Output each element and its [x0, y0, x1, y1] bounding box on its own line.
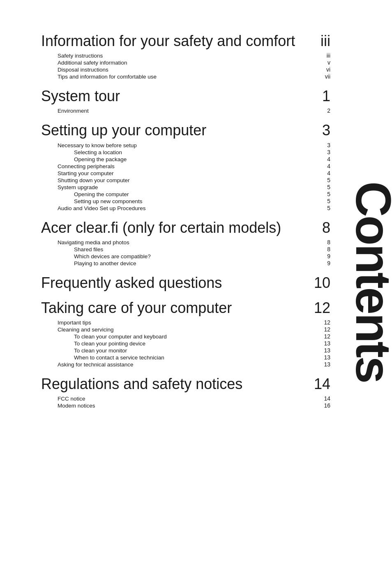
toc-entry: To clean your monitor13: [41, 347, 330, 354]
toc-entry-text: Necessary to know before setup: [58, 142, 137, 148]
page-container: Contents Information for your safety and…: [0, 0, 392, 563]
toc-heading-page-setting-up: 3: [310, 121, 330, 139]
toc-sub-entries-setting-up: Necessary to know before setup3Selecting…: [41, 142, 330, 211]
toc-entry: Which devices are compatible?9: [41, 253, 330, 259]
toc-entry-text: Modem notices: [58, 403, 95, 409]
toc-sub-entries-acer-clearfi: Navigating media and photos8Shared files…: [41, 239, 330, 266]
toc-entry-text: Shared files: [74, 246, 103, 253]
toc-entry-text: Additional safety information: [58, 60, 127, 66]
toc-entry-text: Navigating media and photos: [58, 239, 129, 246]
toc-entry-page: 5: [318, 191, 330, 197]
toc-heading-text-setting-up: Setting up your computer: [41, 121, 206, 139]
toc-entry: FCC notice14: [41, 395, 330, 402]
toc-entry-text: Connecting peripherals: [58, 163, 115, 169]
toc-entry: Opening the computer5: [41, 191, 330, 197]
toc-entry-text: Cleaning and servicing: [58, 327, 114, 333]
toc-heading-page-acer-clearfi: 8: [310, 219, 330, 236]
toc-entry-page: 3: [318, 142, 330, 148]
toc-entry: Connecting peripherals4: [41, 163, 330, 169]
toc-entry-page: 12: [318, 319, 330, 326]
toc-heading-text-info-safety: Information for your safety and comfort: [41, 32, 295, 50]
toc-entry-page: iii: [318, 52, 330, 59]
toc-entry-page: 14: [318, 395, 330, 402]
toc-entry: Additional safety informationv: [41, 59, 330, 66]
toc-sub-entries-taking-care: Important tips12Cleaning and servicing12…: [41, 319, 330, 368]
toc-entry: Setting up new components5: [41, 198, 330, 204]
sideways-label: Contents: [355, 0, 392, 563]
toc-entry: System upgrade5: [41, 184, 330, 190]
toc-entry-text: Shutting down your computer: [58, 177, 130, 183]
toc-entry: Environment2: [41, 107, 330, 114]
toc-sub-entries-info-safety: Safety instructionsiiiAdditional safety …: [41, 52, 330, 80]
toc-entry: When to contact a service technician13: [41, 354, 330, 361]
toc-sub-entries-system-tour: Environment2: [41, 107, 330, 114]
toc-heading-page-regulations: 14: [310, 375, 330, 393]
toc-entry: Asking for technical assistance13: [41, 361, 330, 368]
toc-entry-text: To clean your computer and keyboard: [74, 334, 167, 340]
toc-entry-text: Selecting a location: [74, 149, 122, 155]
toc-section-faq: Frequently asked questions10: [41, 274, 330, 292]
toc-entry-page: 13: [318, 361, 330, 368]
toc-entry-text: When to contact a service technician: [74, 354, 164, 361]
toc-entry: Playing to another device9: [41, 260, 330, 266]
toc-entry-page: 13: [318, 340, 330, 347]
toc-entry-page: 12: [318, 333, 330, 340]
toc-entry-page: 9: [318, 253, 330, 259]
toc-section-taking-care: Taking care of your computer12Important …: [41, 299, 330, 368]
toc-entry-text: Audio and Video Set up Procedures: [58, 205, 145, 211]
toc-entry: To clean your computer and keyboard12: [41, 333, 330, 340]
toc-entry-page: v: [318, 59, 330, 66]
toc-entry: Selecting a location3: [41, 149, 330, 155]
toc-entry: Shutting down your computer5: [41, 177, 330, 183]
toc-heading-text-regulations: Regulations and safety notices: [41, 375, 242, 393]
toc-entry-page: 13: [318, 354, 330, 361]
toc-entry-page: 13: [318, 347, 330, 354]
toc-entry-page: 9: [318, 260, 330, 266]
toc-entry-text: FCC notice: [58, 396, 85, 402]
toc-entry-page: 4: [318, 170, 330, 176]
toc-entry-page: 5: [318, 205, 330, 211]
toc-entry-page: vi: [318, 66, 330, 73]
toc-entry: Tips and information for comfortable use…: [41, 73, 330, 80]
toc-entry-page: 3: [318, 149, 330, 155]
toc-entry-text: Disposal instructions: [58, 67, 108, 73]
toc-entry: Important tips12: [41, 319, 330, 326]
toc-heading-text-system-tour: System tour: [41, 87, 120, 105]
toc-entry-page: 8: [318, 239, 330, 246]
toc-entry: Audio and Video Set up Procedures5: [41, 205, 330, 211]
toc-entry: Starting your computer4: [41, 170, 330, 176]
toc-entry-page: 12: [318, 326, 330, 333]
toc-entry-page: 8: [318, 246, 330, 253]
toc-entry-text: Tips and information for comfortable use: [58, 74, 157, 80]
toc-heading-text-acer-clearfi: Acer clear.fi (only for certain models): [41, 219, 281, 236]
toc-entry-text: To clean your monitor: [74, 348, 127, 354]
toc-entry-text: System upgrade: [58, 184, 98, 190]
toc-entry-page: 2: [318, 107, 330, 114]
toc-heading-regulations: Regulations and safety notices14: [41, 375, 330, 393]
toc-entry-page: 5: [318, 198, 330, 204]
toc-entry: To clean your pointing device13: [41, 340, 330, 347]
toc-content: Information for your safety and comforti…: [41, 32, 330, 409]
toc-entry-page: 4: [318, 156, 330, 162]
toc-heading-faq: Frequently asked questions10: [41, 274, 330, 292]
toc-entry-text: Environment: [58, 108, 89, 114]
toc-entry-text: Setting up new components: [74, 198, 143, 204]
toc-entry-text: Safety instructions: [58, 53, 103, 59]
toc-section-acer-clearfi: Acer clear.fi (only for certain models)8…: [41, 219, 330, 266]
toc-entry: Opening the package4: [41, 156, 330, 162]
toc-entry: Disposal instructionsvi: [41, 66, 330, 73]
toc-heading-page-system-tour: 1: [310, 87, 330, 105]
toc-entry: Cleaning and servicing12: [41, 326, 330, 333]
toc-entry: Safety instructionsiii: [41, 52, 330, 59]
toc-entry-page: 5: [318, 177, 330, 183]
toc-entry-text: Starting your computer: [58, 170, 114, 176]
toc-section-info-safety: Information for your safety and comforti…: [41, 32, 330, 80]
toc-heading-text-taking-care: Taking care of your computer: [41, 299, 232, 317]
toc-entry: Shared files8: [41, 246, 330, 253]
toc-entry-page: 4: [318, 163, 330, 169]
toc-heading-setting-up: Setting up your computer3: [41, 121, 330, 139]
toc-entry-page: 5: [318, 184, 330, 190]
toc-sub-entries-regulations: FCC notice14Modem notices16: [41, 395, 330, 409]
toc-entry-text: Important tips: [58, 320, 91, 326]
toc-heading-page-faq: 10: [310, 274, 330, 292]
